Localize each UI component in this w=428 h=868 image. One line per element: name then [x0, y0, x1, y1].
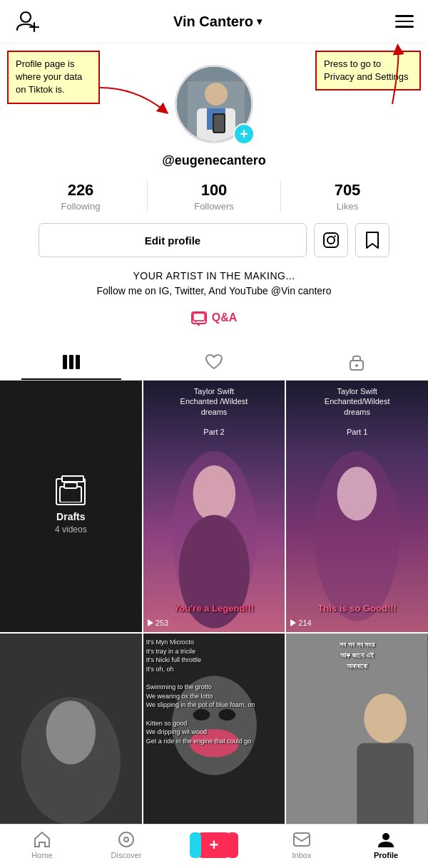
followers-count: 100 [201, 181, 228, 200]
video-lyrics-text: It's Myn MicroctoIt's tray in a tricileI… [146, 638, 282, 745]
bio-line-1: YOUR ARTIST IN THE MAKING... [96, 269, 331, 284]
nav-home[interactable]: Home [21, 830, 63, 859]
svg-rect-21 [64, 482, 77, 488]
nav-discover[interactable]: Discover [105, 830, 148, 859]
following-count: 226 [68, 181, 94, 200]
stats-row: 226 Following 100 Followers 705 Likes [14, 181, 414, 212]
svg-point-41 [382, 833, 389, 840]
annotation-left: Profile page is where your data on Tikto… [7, 51, 100, 104]
add-button[interactable]: + [195, 832, 233, 858]
nav-home-label: Home [31, 851, 52, 859]
nav-profile-label: Profile [374, 851, 398, 859]
svg-point-19 [355, 364, 358, 367]
add-to-profile-button[interactable]: + [233, 123, 255, 145]
svg-point-39 [124, 837, 128, 842]
svg-point-23 [193, 465, 235, 522]
svg-rect-16 [69, 355, 73, 369]
nav-add[interactable]: + [189, 832, 239, 858]
likes-count: 705 [335, 181, 361, 200]
video-item[interactable]: Taylor SwiftEnchanted /WildestdreamsPart… [143, 381, 285, 632]
menu-line [395, 15, 414, 17]
profile-area: Profile page is where your data on Tikto… [0, 43, 428, 344]
drafts-item[interactable]: Drafts 4 videos [0, 381, 142, 632]
qa-label: Q&A [212, 311, 238, 324]
bio-section: YOUR ARTIST IN THE MAKING... Follow me o… [68, 269, 360, 299]
discover-icon [117, 830, 136, 849]
add-plus-icon: + [210, 836, 219, 854]
play-icon [290, 619, 296, 626]
nav-profile[interactable]: Profile [365, 830, 407, 859]
arrow-right-icon [342, 43, 414, 108]
drafts-icon [56, 478, 86, 505]
svg-point-29 [46, 701, 96, 764]
menu-line [395, 26, 414, 28]
avatar-container[interactable]: + [175, 65, 253, 143]
video-item[interactable]: Taylor SwiftEnchanted/WildestdreamsPart … [286, 381, 428, 632]
video-plays: 253 [148, 619, 168, 627]
svg-rect-10 [324, 233, 338, 247]
instagram-link-button[interactable] [314, 223, 348, 257]
inbox-icon [292, 830, 311, 849]
followers-stat[interactable]: 100 Followers [147, 181, 280, 212]
tab-private[interactable] [285, 344, 428, 380]
video-grid: Drafts 4 videos Taylor SwiftEnchanted /W… [0, 381, 428, 868]
svg-point-0 [21, 12, 31, 22]
profile-handle: @eugenecantero [162, 153, 266, 168]
play-icon [148, 619, 153, 626]
nav-inbox[interactable]: Inbox [280, 830, 323, 859]
profile-icon [377, 830, 395, 849]
menu-line [395, 21, 414, 23]
likes-stat[interactable]: 705 Likes [280, 181, 414, 212]
top-bar: Vin Cantero ▾ [0, 0, 428, 43]
likes-label: Likes [337, 201, 358, 212]
add-user-icon[interactable] [14, 9, 40, 34]
svg-point-11 [327, 237, 335, 244]
qa-icon [191, 311, 207, 324]
svg-point-5 [205, 83, 228, 105]
bottom-navigation: Home Discover + Inbox Profile [0, 824, 428, 868]
menu-button[interactable] [395, 15, 414, 28]
svg-rect-9 [214, 115, 224, 132]
svg-rect-40 [294, 833, 310, 846]
nav-inbox-label: Inbox [292, 851, 312, 859]
svg-rect-13 [193, 313, 205, 321]
arrow-left-icon [93, 81, 178, 123]
qa-link[interactable]: Q&A [191, 311, 238, 324]
video-overlay-text: You're a Legend!!! [143, 603, 285, 614]
svg-rect-15 [63, 355, 67, 369]
bio-line-2: Follow me on IG, Twitter, And YouTube @V… [96, 284, 331, 299]
svg-marker-14 [195, 321, 197, 323]
edit-profile-button[interactable]: Edit profile [39, 223, 307, 257]
following-stat[interactable]: 226 Following [14, 181, 147, 212]
followers-label: Followers [194, 201, 234, 212]
svg-point-38 [119, 832, 133, 847]
following-label: Following [61, 201, 101, 212]
bookmarks-button[interactable] [355, 223, 389, 257]
video-overlay-text: This is so Good!!! [286, 603, 428, 614]
drafts-label: Drafts [56, 511, 85, 522]
content-tabs [0, 344, 428, 381]
dropdown-arrow-icon: ▾ [257, 16, 262, 27]
svg-rect-17 [76, 355, 80, 369]
svg-point-12 [335, 235, 336, 237]
profile-username[interactable]: Vin Cantero ▾ [173, 14, 262, 30]
tab-liked[interactable] [143, 344, 285, 380]
nav-discover-label: Discover [111, 851, 142, 859]
video-plays: 214 [290, 619, 311, 627]
svg-point-26 [337, 467, 377, 520]
svg-rect-20 [60, 487, 81, 502]
video-overlay-text-2: সব সব সব সময়আৰু জানো এইআৰাৰাৰো [286, 639, 428, 671]
profile-actions-row: Edit profile [39, 223, 390, 257]
home-icon [33, 830, 51, 849]
tab-videos[interactable] [0, 344, 143, 380]
svg-point-36 [365, 693, 407, 743]
drafts-count: 4 videos [55, 525, 87, 534]
